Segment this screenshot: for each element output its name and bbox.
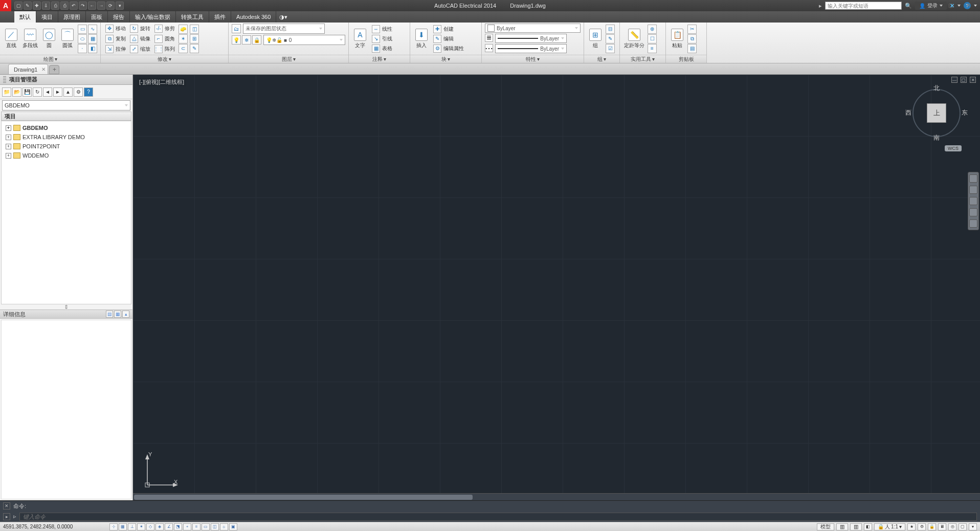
qat-nav-fwd-icon[interactable]: → [97,2,105,10]
point-icon[interactable]: ∙ [78,44,87,53]
circle-button[interactable]: ◯圆 [41,29,57,49]
panel-props-title[interactable]: 特性 ▾ [482,55,584,63]
osnap-icon[interactable]: ◇ [146,523,154,530]
util-icon-1[interactable]: ⊕ [648,25,657,34]
qat-open-icon[interactable]: ✎ [24,2,32,10]
close-tab-icon[interactable]: ✕ [41,67,46,72]
nav-wheel-icon[interactable] [969,174,977,183]
tab-panel[interactable]: 面板 [86,11,108,23]
expand-icon[interactable]: + [6,125,11,131]
polyline-button[interactable]: 〰多段线 [21,29,39,49]
nav-orbit-icon[interactable] [969,208,977,216]
annoscale-button[interactable]: 🔒 人 1:1 ▾ [874,523,905,530]
linear-dim-button[interactable]: ↔线性 [370,25,394,34]
3dosnap-icon[interactable]: ◈ [155,523,164,530]
nav-pan-icon[interactable] [969,186,977,194]
ducs-icon[interactable]: ⬔ [174,523,182,530]
leader-button[interactable]: ↘引线 [370,34,394,43]
layer-freeze-icon[interactable]: ❄ [242,35,251,45]
panel-draw-title[interactable]: 绘图 ▾ [0,55,100,63]
canvas-hscrollbar[interactable] [133,493,980,500]
mod-extra1-icon[interactable]: ◫ [190,25,199,34]
table-button[interactable]: ▦表格 [370,44,394,53]
expand-icon[interactable]: + [6,153,11,159]
model-space-button[interactable]: 模型 [817,523,834,530]
qat-print-icon[interactable]: ⎙ [60,2,69,10]
qp-icon[interactable]: ◫ [211,523,219,530]
nav-zoom-icon[interactable] [969,197,977,205]
expand-icon[interactable]: + [6,135,11,140]
cmd-history-icon[interactable]: ▸ [3,513,10,520]
tab-project[interactable]: 项目 [36,11,58,23]
dyn-icon[interactable]: + [183,523,191,530]
tab-io-data[interactable]: 输入/输出数据 [130,11,176,23]
panel-annot-title[interactable]: 注释 ▾ [349,55,410,63]
quickview-icon[interactable]: ◧ [864,523,872,530]
layout1-icon[interactable]: ▥ [836,523,848,530]
viewport-label[interactable]: [-][俯视][二维线框] [137,78,186,86]
group-select-icon[interactable]: ☑ [606,44,615,53]
lineweight-dropdown[interactable]: ByLayer [495,34,567,43]
clean-icon[interactable]: ▢ [959,523,967,530]
otrack-icon[interactable]: ∠ [165,523,173,530]
ws-icon[interactable]: ⚙ [918,523,926,530]
lwt-icon[interactable]: ≡ [192,523,201,530]
wcs-badge[interactable]: WCS [945,145,962,151]
create-block-button[interactable]: ✚创建 [432,25,465,34]
group-button[interactable]: ⊞组 [587,29,604,49]
trim-button[interactable]: -/-修剪 [153,24,176,33]
group-edit-icon[interactable]: ✎ [606,34,615,43]
viewcube-north[interactable]: 北 [908,84,965,93]
measure-button[interactable]: 📏定距等分 [623,29,645,49]
tree-item-gbdemo[interactable]: +GBDEMO [3,123,130,132]
edit-block-button[interactable]: ✎编辑 [432,34,465,43]
stretch-button[interactable]: ⇲拉伸 [104,45,127,54]
search-input[interactable] [825,2,902,10]
ucs-icon[interactable]: Y X [142,454,178,491]
viewcube-east[interactable]: 东 [962,108,968,117]
grid-icon[interactable]: ▦ [119,523,127,530]
nav-showmotion-icon[interactable] [969,219,977,228]
tab-a360[interactable]: Autodesk 360 [231,11,276,23]
tab-plugin[interactable]: 插件 [209,11,231,23]
pm-det-view2-icon[interactable]: ▦ [114,311,121,318]
expand-icon[interactable]: + [6,144,11,149]
edit-attr-button[interactable]: ⚙编辑属性 [432,44,465,53]
panel-group-title[interactable]: 组 ▾ [584,55,619,63]
infocenter-arrow-icon[interactable]: ▸ [819,3,822,9]
ellipse-icon[interactable]: ⬭ [78,34,87,43]
layer-light-icon[interactable]: 💡 [232,35,241,45]
vp-close-icon[interactable]: ✕ [970,77,976,83]
tab-schematic[interactable]: 原理图 [58,11,86,23]
pm-project-dropdown[interactable]: GBDEMO [2,100,130,110]
custom-icon[interactable]: ▾ [969,523,977,530]
mirror-button[interactable]: ⧋镜像 [128,34,152,43]
pm-refresh-icon[interactable]: ↻ [33,87,42,97]
array-button[interactable]: ⋮⋮阵列 [153,45,176,54]
util-icon-2[interactable]: ☐ [648,34,657,43]
hardware-icon[interactable]: 🖥 [938,523,946,530]
viewcube-south[interactable]: 南 [908,134,965,142]
hatch-icon[interactable]: ▦ [88,34,97,43]
layer-prop-icon[interactable]: 🗂 [232,24,241,33]
panel-block-title[interactable]: 块 ▾ [410,55,481,63]
cmd-close-icon[interactable]: ✕ [3,502,10,510]
line-button[interactable]: ／直线 [3,29,19,49]
region-icon[interactable]: ◧ [88,44,97,53]
tab-overflow-icon[interactable]: ◑▾ [276,11,291,23]
tab-default[interactable]: 默认 [14,11,36,23]
scrollbar-thumb[interactable] [134,495,473,500]
qat-plot-icon[interactable]: ⎙ [51,2,59,10]
polar-icon[interactable]: ✶ [137,523,145,530]
tab-report[interactable]: 报告 [108,11,130,23]
sc-icon[interactable]: ☼ [220,523,228,530]
add-tab-button[interactable]: + [49,65,59,74]
cut-icon[interactable]: ✂ [687,25,697,34]
qat-sync-icon[interactable]: ⟳ [106,2,115,10]
qat-new-icon[interactable]: ▢ [14,2,23,10]
lock-ui-icon[interactable]: 🔒 [928,523,936,530]
ungroup-icon[interactable]: ⊟ [606,25,615,34]
pm-save-icon[interactable]: 💾 [23,87,32,97]
vp-minimize-icon[interactable]: — [951,77,957,83]
pm-title-bar[interactable]: 项目管理器 [0,75,132,85]
